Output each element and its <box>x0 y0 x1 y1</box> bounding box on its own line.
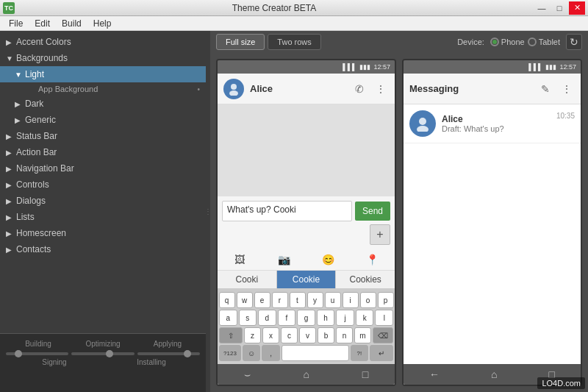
phone1-screen: Alice ✆ ⋮ What's up? Cooki Send + <box>218 74 395 385</box>
device-label: Device: <box>457 38 484 46</box>
menu-edit[interactable]: Edit <box>29 17 56 30</box>
autocomplete-cookie[interactable]: Cookie <box>277 271 337 288</box>
key-g[interactable]: g <box>297 310 315 326</box>
sidebar-item-generic[interactable]: ▶ Generic <box>0 112 206 128</box>
key-m[interactable]: m <box>354 327 371 343</box>
sidebar-item-contacts[interactable]: ▶ Contacts <box>0 241 206 257</box>
app-title: Theme Creator BETA <box>15 3 534 13</box>
tab-fullsize[interactable]: Full size <box>216 34 265 50</box>
nav-back-icon[interactable]: ← <box>429 368 440 380</box>
key-i[interactable]: i <box>343 292 359 308</box>
arrow-icon: ▶ <box>15 100 22 108</box>
phone-icon[interactable]: ✆ <box>352 83 367 95</box>
radio-phone[interactable]: Phone <box>490 38 525 46</box>
key-s[interactable]: s <box>239 310 257 326</box>
tab-tworows[interactable]: Two rows <box>268 34 320 50</box>
send-button[interactable]: Send <box>355 202 390 221</box>
key-c[interactable]: c <box>281 327 298 343</box>
key-h[interactable]: h <box>317 310 335 326</box>
refresh-button[interactable]: ↻ <box>566 34 582 50</box>
menu-help[interactable]: Help <box>87 17 118 30</box>
message-list-item[interactable]: Alice Draft: What's up? 10:35 <box>404 104 581 143</box>
sidebar-item-action-bar[interactable]: ▶ Action Bar <box>0 144 206 160</box>
key-f[interactable]: f <box>278 310 296 326</box>
key-emoji[interactable]: ☺ <box>243 345 260 361</box>
key-space[interactable] <box>282 345 349 361</box>
nav-home-icon[interactable]: ⌂ <box>304 368 309 380</box>
sidebar-item-backgrounds[interactable]: ▼ Backgrounds <box>0 50 206 66</box>
key-z[interactable]: z <box>244 327 261 343</box>
key-n[interactable]: n <box>336 327 353 343</box>
sidebar-item-navigation-bar[interactable]: ▶ Navigation Bar <box>0 160 206 177</box>
sidebar-item-label: Backgrounds <box>16 53 68 63</box>
sidebar-item-label: Homescreen <box>16 228 66 238</box>
toolbar: Full size Two rows Device: Phone Tablet … <box>210 31 588 53</box>
sidebar-subitem-app-background[interactable]: App Background • <box>0 82 206 96</box>
battery-icon: ▮▮▮ <box>545 63 556 71</box>
sidebar: ▶ Accent Colors ▼ Backgrounds ▼ Light Ap… <box>0 31 206 392</box>
sidebar-item-dialogs[interactable]: ▶ Dialogs <box>0 193 206 209</box>
media-sticker-icon[interactable]: 😊 <box>306 252 351 267</box>
key-a[interactable]: a <box>219 310 237 326</box>
menu-file[interactable]: File <box>3 17 29 30</box>
key-shift[interactable]: ⇧ <box>219 327 243 343</box>
menubar: File Edit Build Help <box>0 16 588 31</box>
key-l[interactable]: l <box>375 310 393 326</box>
nav-home-icon[interactable]: ⌂ <box>491 368 497 380</box>
nav-recents-icon[interactable]: □ <box>362 368 368 380</box>
phone1-navbar: ⌣ ⌂ □ <box>218 364 395 385</box>
sidebar-tree: ▶ Accent Colors ▼ Backgrounds ▼ Light Ap… <box>0 31 206 333</box>
key-backspace[interactable]: ⌫ <box>373 327 393 343</box>
toolbar-device: Device: Phone Tablet ↻ <box>457 34 582 50</box>
key-p[interactable]: p <box>378 292 394 308</box>
sidebar-item-lists[interactable]: ▶ Lists <box>0 209 206 225</box>
sidebar-item-accent-colors[interactable]: ▶ Accent Colors <box>0 34 206 50</box>
maximize-button[interactable]: □ <box>551 1 567 15</box>
more-icon[interactable]: ⋮ <box>373 83 389 95</box>
sidebar-item-label: Controls <box>16 179 49 190</box>
plus-button[interactable]: + <box>370 224 390 245</box>
chat-text-input[interactable]: What's up? Cooki <box>222 201 352 221</box>
key-e[interactable]: e <box>254 292 270 308</box>
key-q[interactable]: q <box>219 292 235 308</box>
key-v[interactable]: v <box>299 327 316 343</box>
compose-icon[interactable]: ✎ <box>538 83 553 95</box>
nav-back-icon[interactable]: ⌣ <box>244 368 251 381</box>
key-u[interactable]: u <box>325 292 341 308</box>
more-options-icon[interactable]: ⋮ <box>559 83 575 95</box>
radio-tablet[interactable]: Tablet <box>528 38 560 46</box>
subitem-label: App Background <box>38 85 98 93</box>
sidebar-item-controls[interactable]: ▶ Controls <box>0 177 206 193</box>
key-y[interactable]: y <box>307 292 323 308</box>
key-t[interactable]: t <box>290 292 306 308</box>
sidebar-item-homescreen[interactable]: ▶ Homescreen <box>0 225 206 241</box>
key-punc[interactable]: ?! <box>351 345 368 361</box>
autocomplete-cookies[interactable]: Cookies <box>336 271 395 288</box>
key-k[interactable]: k <box>356 310 374 326</box>
sidebar-item-light[interactable]: ▼ Light <box>0 66 206 82</box>
autocomplete-cooki[interactable]: Cooki <box>218 271 277 288</box>
sidebar-item-status-bar[interactable]: ▶ Status Bar <box>0 128 206 144</box>
key-d[interactable]: d <box>258 310 276 326</box>
menu-build[interactable]: Build <box>56 17 87 30</box>
radio-tablet-circle <box>528 38 537 46</box>
key-o[interactable]: o <box>360 292 376 308</box>
progress-track-2 <box>71 352 134 355</box>
phone2-statusbar: ▌▌▌ ▮▮▮ 12:57 <box>404 60 581 74</box>
key-num[interactable]: ?123 <box>219 345 241 361</box>
sidebar-item-dark[interactable]: ▶ Dark <box>0 96 206 112</box>
key-w[interactable]: w <box>237 292 253 308</box>
key-b[interactable]: b <box>318 327 334 343</box>
radio-phone-label: Phone <box>501 38 525 46</box>
key-enter[interactable]: ↵ <box>370 345 393 361</box>
minimize-button[interactable]: — <box>534 1 550 15</box>
media-location-icon[interactable]: 📍 <box>351 252 395 267</box>
key-x[interactable]: x <box>262 327 279 343</box>
close-button[interactable]: ✕ <box>569 1 585 15</box>
media-image-icon[interactable]: 🖼 <box>218 252 262 267</box>
avatar-icon <box>227 82 240 96</box>
key-comma[interactable]: , <box>262 345 279 361</box>
key-r[interactable]: r <box>272 292 288 308</box>
key-j[interactable]: j <box>336 310 354 326</box>
media-camera-icon[interactable]: 📷 <box>262 252 306 267</box>
